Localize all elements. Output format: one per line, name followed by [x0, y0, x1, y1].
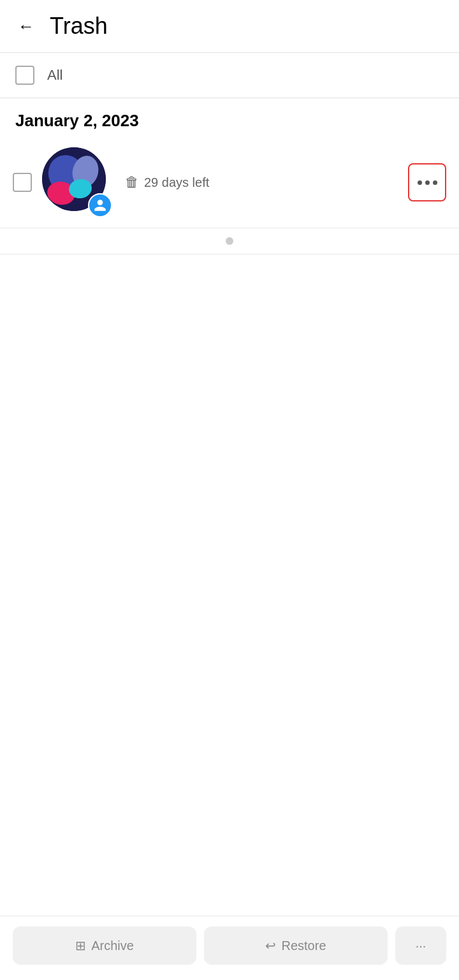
person-icon [93, 198, 107, 212]
avatar [42, 147, 112, 217]
days-left-text: 29 days left [144, 175, 209, 190]
section-divider [0, 228, 459, 254]
back-button[interactable]: ← [15, 14, 37, 39]
profile-badge [88, 193, 112, 217]
toolbar-more-button[interactable]: ··· [395, 926, 446, 965]
archive-label: Archive [91, 939, 134, 953]
archive-button[interactable]: ⊞ Archive [13, 926, 196, 965]
restore-button[interactable]: ↩ Restore [204, 926, 388, 965]
header: ← Trash [0, 0, 459, 53]
select-all-label: All [47, 67, 62, 84]
archive-icon: ⊞ [75, 938, 86, 953]
dot-3 [433, 180, 437, 185]
date-group-label: January 2, 2023 [0, 98, 459, 137]
dot-2 [425, 180, 430, 185]
select-all-row: All [0, 53, 459, 98]
main-content [0, 254, 459, 980]
restore-icon: ↩ [265, 938, 276, 953]
mini-dot-icon [226, 237, 233, 245]
list-item: 🗑 29 days left [0, 137, 459, 228]
item-meta: 🗑 29 days left [125, 174, 209, 191]
item-checkbox[interactable] [13, 173, 32, 192]
dot-1 [418, 180, 422, 185]
toolbar-more-icon: ··· [416, 939, 426, 953]
back-arrow-icon: ← [18, 17, 34, 36]
page-title: Trash [50, 13, 108, 40]
more-dots-icon [418, 180, 437, 185]
restore-label: Restore [281, 939, 326, 953]
more-options-button[interactable] [408, 163, 446, 201]
select-all-checkbox[interactable] [15, 66, 34, 85]
bottom-toolbar: ⊞ Archive ↩ Restore ··· [0, 916, 459, 980]
trash-icon: 🗑 [125, 174, 139, 191]
